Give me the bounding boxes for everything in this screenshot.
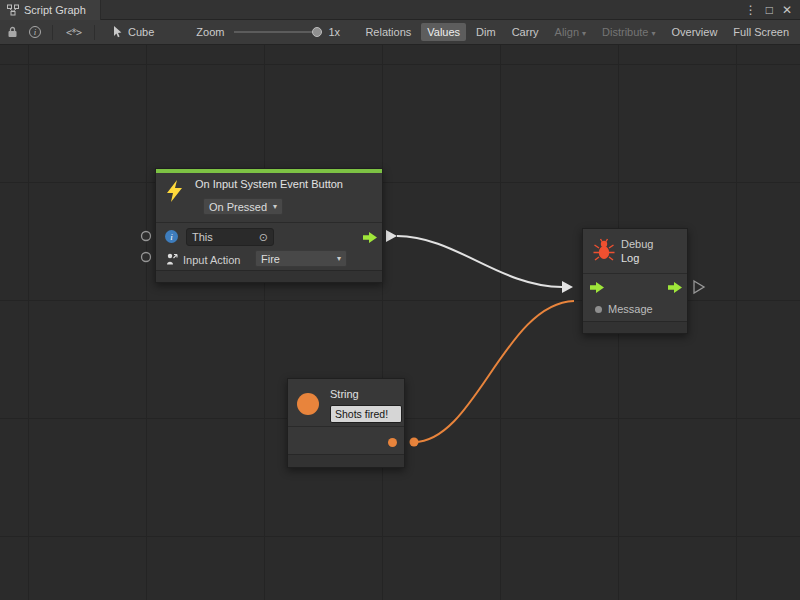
script-graph-window: Script Graph ⋮ □ ✕ i <*> Cube Zoom: [0, 0, 800, 600]
chevron-down-icon: ▾: [582, 29, 586, 38]
flow-wire-end-arrow: [562, 281, 573, 293]
fullscreen-button[interactable]: Full Screen: [727, 23, 795, 41]
pointer-icon: [113, 26, 123, 38]
distribute-dropdown[interactable]: Distribute▾: [596, 23, 661, 41]
flow-wire-start-arrow: [386, 230, 397, 242]
input-action-label: Input Action: [183, 254, 241, 266]
message-label: Message: [608, 303, 653, 315]
title-bar: Script Graph ⋮ □ ✕: [0, 0, 800, 20]
node-footer: [583, 321, 687, 333]
overview-button[interactable]: Overview: [666, 23, 724, 41]
zoom-slider-track[interactable]: [234, 31, 322, 33]
object-picker-icon[interactable]: ⊙: [259, 231, 268, 244]
window-menu-icon[interactable]: ⋮: [745, 0, 757, 20]
align-dropdown[interactable]: Align▾: [549, 23, 592, 41]
string-type-icon: [297, 393, 319, 415]
node-title: On Input System Event Button: [156, 178, 382, 190]
wire-value-string[interactable]: [414, 301, 574, 442]
zoom-slider[interactable]: [234, 26, 322, 38]
relations-button[interactable]: Relations: [359, 23, 417, 41]
chevron-down-icon: ▾: [273, 202, 277, 211]
zoom-slider-knob[interactable]: [312, 27, 322, 37]
string-output-port-outer[interactable]: [410, 438, 419, 447]
wire-control-flow[interactable]: [397, 236, 562, 287]
input-action-port[interactable]: [142, 253, 151, 262]
string-output-port[interactable]: [388, 438, 397, 447]
maximize-icon[interactable]: □: [766, 0, 773, 20]
zoom-value: 1x: [328, 26, 340, 38]
dim-button[interactable]: Dim: [470, 23, 502, 41]
graph-target-label[interactable]: Cube: [128, 26, 154, 38]
debug-flow-in-port[interactable]: [589, 282, 605, 293]
node-string-literal[interactable]: String Shots fired!: [287, 378, 405, 468]
tab-script-graph[interactable]: Script Graph: [0, 0, 101, 20]
debug-flow-out-port-outer[interactable]: [694, 281, 704, 293]
node-footer: [156, 270, 382, 282]
carry-button[interactable]: Carry: [506, 23, 545, 41]
debug-flow-out-port[interactable]: [667, 282, 683, 293]
on-pressed-dropdown[interactable]: On Pressed ▾: [203, 198, 283, 215]
node-footer: [288, 454, 404, 467]
node-on-input-system-event[interactable]: On Input System Event Button On Pressed …: [155, 168, 383, 283]
node-debug-log[interactable]: Debug Log Message: [582, 228, 688, 334]
bug-icon: [593, 238, 615, 262]
event-accent-bar: [156, 169, 382, 173]
chevron-down-icon: ▾: [652, 29, 656, 38]
node-title: String: [330, 388, 359, 400]
node-category: Debug: [621, 238, 653, 250]
lock-icon[interactable]: [7, 26, 18, 38]
zoom-label: Zoom: [196, 26, 224, 38]
this-input-port[interactable]: [142, 232, 151, 241]
tab-title: Script Graph: [24, 4, 86, 16]
chevron-down-icon: ▾: [337, 254, 341, 263]
event-flow-out-port[interactable]: [362, 232, 378, 243]
string-value-input[interactable]: Shots fired!: [330, 405, 402, 423]
close-icon[interactable]: ✕: [782, 0, 792, 20]
input-action-dropdown[interactable]: Fire ▾: [255, 250, 347, 267]
this-object-icon: i: [165, 230, 178, 243]
values-button[interactable]: Values: [421, 23, 466, 41]
graph-canvas[interactable]: On Input System Event Button On Pressed …: [0, 45, 800, 600]
this-object-field[interactable]: This ⊙: [186, 228, 274, 246]
graph-icon: [7, 4, 19, 16]
input-action-icon: [166, 252, 178, 265]
api-icon[interactable]: <*>: [66, 27, 81, 38]
node-title: Log: [621, 252, 639, 264]
message-input-port[interactable]: [595, 306, 602, 313]
toolbar: i <*> Cube Zoom 1x Relations Values Dim …: [0, 20, 800, 45]
about-icon[interactable]: i: [29, 26, 41, 38]
